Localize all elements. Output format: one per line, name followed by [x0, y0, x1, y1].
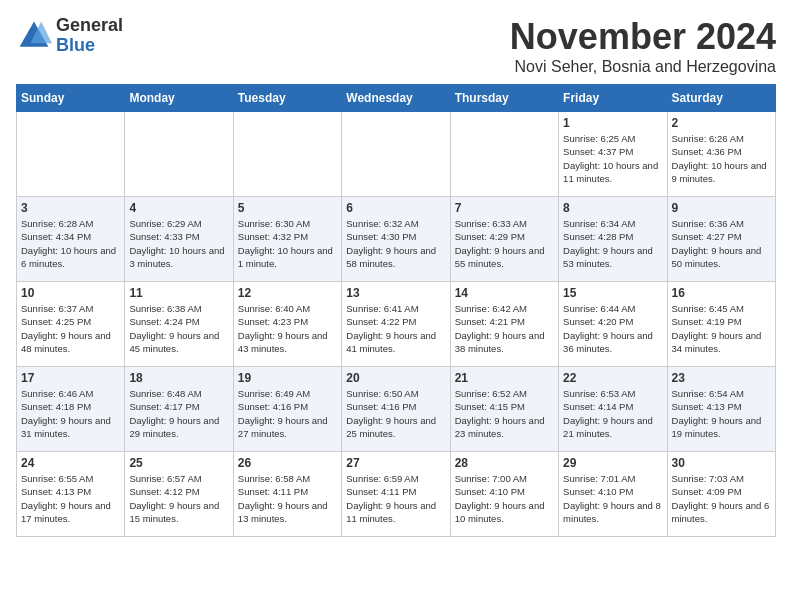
day-number: 21 — [455, 371, 554, 385]
day-info: Sunrise: 6:42 AM Sunset: 4:21 PM Dayligh… — [455, 302, 554, 355]
day-info: Sunrise: 6:41 AM Sunset: 4:22 PM Dayligh… — [346, 302, 445, 355]
day-info: Sunrise: 6:57 AM Sunset: 4:12 PM Dayligh… — [129, 472, 228, 525]
day-number: 28 — [455, 456, 554, 470]
calendar-cell: 25Sunrise: 6:57 AM Sunset: 4:12 PM Dayli… — [125, 452, 233, 537]
calendar-cell: 11Sunrise: 6:38 AM Sunset: 4:24 PM Dayli… — [125, 282, 233, 367]
day-info: Sunrise: 6:30 AM Sunset: 4:32 PM Dayligh… — [238, 217, 337, 270]
day-info: Sunrise: 7:03 AM Sunset: 4:09 PM Dayligh… — [672, 472, 771, 525]
day-info: Sunrise: 6:29 AM Sunset: 4:33 PM Dayligh… — [129, 217, 228, 270]
day-info: Sunrise: 6:33 AM Sunset: 4:29 PM Dayligh… — [455, 217, 554, 270]
calendar-table: SundayMondayTuesdayWednesdayThursdayFrid… — [16, 84, 776, 537]
calendar-cell: 21Sunrise: 6:52 AM Sunset: 4:15 PM Dayli… — [450, 367, 558, 452]
day-header-monday: Monday — [125, 85, 233, 112]
day-number: 16 — [672, 286, 771, 300]
calendar-cell: 19Sunrise: 6:49 AM Sunset: 4:16 PM Dayli… — [233, 367, 341, 452]
subtitle: Novi Seher, Bosnia and Herzegovina — [510, 58, 776, 76]
calendar-week-4: 17Sunrise: 6:46 AM Sunset: 4:18 PM Dayli… — [17, 367, 776, 452]
day-info: Sunrise: 6:54 AM Sunset: 4:13 PM Dayligh… — [672, 387, 771, 440]
calendar-cell: 15Sunrise: 6:44 AM Sunset: 4:20 PM Dayli… — [559, 282, 667, 367]
day-number: 24 — [21, 456, 120, 470]
calendar-cell: 17Sunrise: 6:46 AM Sunset: 4:18 PM Dayli… — [17, 367, 125, 452]
calendar-cell: 27Sunrise: 6:59 AM Sunset: 4:11 PM Dayli… — [342, 452, 450, 537]
calendar-cell: 20Sunrise: 6:50 AM Sunset: 4:16 PM Dayli… — [342, 367, 450, 452]
day-info: Sunrise: 6:45 AM Sunset: 4:19 PM Dayligh… — [672, 302, 771, 355]
calendar-week-1: 1Sunrise: 6:25 AM Sunset: 4:37 PM Daylig… — [17, 112, 776, 197]
calendar-cell: 2Sunrise: 6:26 AM Sunset: 4:36 PM Daylig… — [667, 112, 775, 197]
calendar-cell: 5Sunrise: 6:30 AM Sunset: 4:32 PM Daylig… — [233, 197, 341, 282]
day-number: 23 — [672, 371, 771, 385]
day-number: 1 — [563, 116, 662, 130]
day-number: 2 — [672, 116, 771, 130]
day-number: 26 — [238, 456, 337, 470]
calendar-cell: 22Sunrise: 6:53 AM Sunset: 4:14 PM Dayli… — [559, 367, 667, 452]
calendar-cell: 7Sunrise: 6:33 AM Sunset: 4:29 PM Daylig… — [450, 197, 558, 282]
day-info: Sunrise: 6:32 AM Sunset: 4:30 PM Dayligh… — [346, 217, 445, 270]
day-number: 11 — [129, 286, 228, 300]
day-info: Sunrise: 7:00 AM Sunset: 4:10 PM Dayligh… — [455, 472, 554, 525]
day-number: 15 — [563, 286, 662, 300]
day-number: 8 — [563, 201, 662, 215]
logo-general: General — [56, 16, 123, 36]
calendar-cell: 6Sunrise: 6:32 AM Sunset: 4:30 PM Daylig… — [342, 197, 450, 282]
day-number: 30 — [672, 456, 771, 470]
day-info: Sunrise: 6:53 AM Sunset: 4:14 PM Dayligh… — [563, 387, 662, 440]
logo-blue: Blue — [56, 36, 123, 56]
calendar-cell: 14Sunrise: 6:42 AM Sunset: 4:21 PM Dayli… — [450, 282, 558, 367]
day-number: 3 — [21, 201, 120, 215]
calendar-cell — [342, 112, 450, 197]
day-number: 29 — [563, 456, 662, 470]
calendar-cell: 10Sunrise: 6:37 AM Sunset: 4:25 PM Dayli… — [17, 282, 125, 367]
calendar-cell: 16Sunrise: 6:45 AM Sunset: 4:19 PM Dayli… — [667, 282, 775, 367]
logo-text: General Blue — [56, 16, 123, 56]
calendar-cell — [125, 112, 233, 197]
day-info: Sunrise: 6:44 AM Sunset: 4:20 PM Dayligh… — [563, 302, 662, 355]
day-info: Sunrise: 6:49 AM Sunset: 4:16 PM Dayligh… — [238, 387, 337, 440]
day-info: Sunrise: 6:55 AM Sunset: 4:13 PM Dayligh… — [21, 472, 120, 525]
calendar-header-row: SundayMondayTuesdayWednesdayThursdayFrid… — [17, 85, 776, 112]
day-number: 20 — [346, 371, 445, 385]
day-info: Sunrise: 6:59 AM Sunset: 4:11 PM Dayligh… — [346, 472, 445, 525]
day-header-saturday: Saturday — [667, 85, 775, 112]
day-info: Sunrise: 6:48 AM Sunset: 4:17 PM Dayligh… — [129, 387, 228, 440]
calendar-cell: 12Sunrise: 6:40 AM Sunset: 4:23 PM Dayli… — [233, 282, 341, 367]
calendar-cell: 4Sunrise: 6:29 AM Sunset: 4:33 PM Daylig… — [125, 197, 233, 282]
title-area: November 2024 Novi Seher, Bosnia and Her… — [510, 16, 776, 76]
logo: General Blue — [16, 16, 123, 56]
logo-icon — [16, 18, 52, 54]
day-number: 12 — [238, 286, 337, 300]
day-info: Sunrise: 7:01 AM Sunset: 4:10 PM Dayligh… — [563, 472, 662, 525]
day-number: 25 — [129, 456, 228, 470]
day-info: Sunrise: 6:38 AM Sunset: 4:24 PM Dayligh… — [129, 302, 228, 355]
calendar-cell: 24Sunrise: 6:55 AM Sunset: 4:13 PM Dayli… — [17, 452, 125, 537]
day-header-wednesday: Wednesday — [342, 85, 450, 112]
calendar-cell: 13Sunrise: 6:41 AM Sunset: 4:22 PM Dayli… — [342, 282, 450, 367]
calendar-week-3: 10Sunrise: 6:37 AM Sunset: 4:25 PM Dayli… — [17, 282, 776, 367]
calendar-cell: 1Sunrise: 6:25 AM Sunset: 4:37 PM Daylig… — [559, 112, 667, 197]
day-number: 22 — [563, 371, 662, 385]
day-info: Sunrise: 6:37 AM Sunset: 4:25 PM Dayligh… — [21, 302, 120, 355]
day-info: Sunrise: 6:50 AM Sunset: 4:16 PM Dayligh… — [346, 387, 445, 440]
day-info: Sunrise: 6:26 AM Sunset: 4:36 PM Dayligh… — [672, 132, 771, 185]
calendar-cell: 18Sunrise: 6:48 AM Sunset: 4:17 PM Dayli… — [125, 367, 233, 452]
month-title: November 2024 — [510, 16, 776, 58]
day-number: 10 — [21, 286, 120, 300]
calendar-cell: 3Sunrise: 6:28 AM Sunset: 4:34 PM Daylig… — [17, 197, 125, 282]
day-number: 9 — [672, 201, 771, 215]
day-number: 13 — [346, 286, 445, 300]
day-info: Sunrise: 6:28 AM Sunset: 4:34 PM Dayligh… — [21, 217, 120, 270]
day-number: 19 — [238, 371, 337, 385]
day-info: Sunrise: 6:58 AM Sunset: 4:11 PM Dayligh… — [238, 472, 337, 525]
calendar-cell: 23Sunrise: 6:54 AM Sunset: 4:13 PM Dayli… — [667, 367, 775, 452]
calendar-cell: 26Sunrise: 6:58 AM Sunset: 4:11 PM Dayli… — [233, 452, 341, 537]
calendar-cell: 9Sunrise: 6:36 AM Sunset: 4:27 PM Daylig… — [667, 197, 775, 282]
calendar-week-2: 3Sunrise: 6:28 AM Sunset: 4:34 PM Daylig… — [17, 197, 776, 282]
day-number: 7 — [455, 201, 554, 215]
calendar-cell: 8Sunrise: 6:34 AM Sunset: 4:28 PM Daylig… — [559, 197, 667, 282]
day-info: Sunrise: 6:34 AM Sunset: 4:28 PM Dayligh… — [563, 217, 662, 270]
calendar-cell: 28Sunrise: 7:00 AM Sunset: 4:10 PM Dayli… — [450, 452, 558, 537]
calendar-cell — [450, 112, 558, 197]
day-number: 14 — [455, 286, 554, 300]
day-number: 6 — [346, 201, 445, 215]
calendar-cell: 29Sunrise: 7:01 AM Sunset: 4:10 PM Dayli… — [559, 452, 667, 537]
day-info: Sunrise: 6:40 AM Sunset: 4:23 PM Dayligh… — [238, 302, 337, 355]
